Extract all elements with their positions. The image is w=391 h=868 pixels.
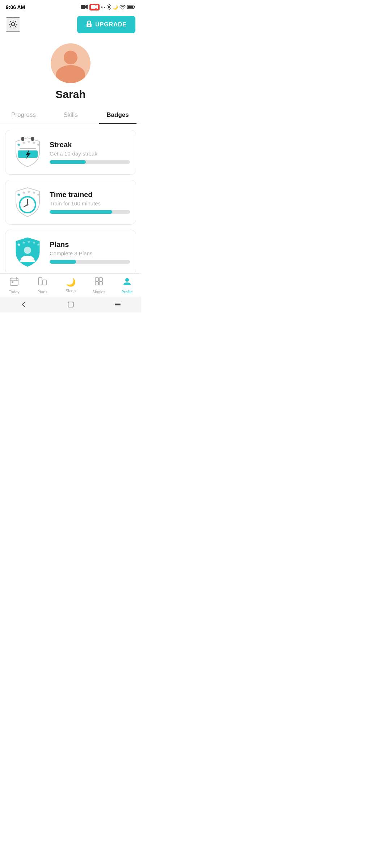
svg-rect-2: [91, 5, 96, 9]
progress-fill-time-trained: [50, 210, 112, 214]
svg-text:★: ★: [27, 239, 31, 244]
svg-marker-1: [85, 5, 88, 9]
gear-icon: [8, 19, 18, 30]
svg-rect-51: [99, 278, 102, 281]
progress-bar-plans: [50, 260, 130, 264]
nav-item-today[interactable]: Today: [0, 277, 28, 294]
svg-text:★: ★: [17, 192, 21, 197]
svg-rect-7: [128, 5, 133, 8]
battery-icon: [127, 5, 135, 10]
badge-card-streak: ★ ★ ★ ★ ★ Streak Get a 10-day streak: [5, 130, 136, 175]
profile-name: Sarah: [55, 88, 85, 101]
svg-point-28: [26, 204, 28, 206]
badge-card-plans: ★ ★ ★ ★ ★ Plans Complete 3 Plans: [5, 230, 136, 275]
svg-text:★: ★: [27, 140, 31, 144]
svg-text:★: ★: [32, 240, 36, 244]
profile-section: Sarah: [0, 36, 141, 104]
notification-badge: [89, 4, 100, 10]
nav-item-profile[interactable]: Profile: [113, 277, 141, 294]
status-time: 9:06 AM: [6, 4, 25, 10]
nav-label-today: Today: [9, 290, 19, 294]
bluetooth-icon: [107, 4, 111, 11]
moon-icon: 🌙: [113, 5, 118, 10]
wifi-icon: [119, 4, 126, 10]
svg-marker-3: [96, 5, 98, 9]
badge-info-time-trained: Time trained Train for 100 minutes: [50, 191, 130, 214]
lock-icon: [86, 20, 92, 29]
badge-icon-time-trained: ★ ★ ★ ★ ★: [11, 186, 44, 218]
svg-point-10: [88, 25, 90, 26]
badge-info-streak: Streak Get a 10-day streak: [50, 141, 130, 164]
nav-item-singles[interactable]: Singles: [85, 277, 113, 294]
nav-label-singles: Singles: [92, 290, 105, 294]
progress-bar-streak: [50, 160, 130, 164]
svg-text:★: ★: [32, 140, 36, 145]
recents-button[interactable]: [112, 299, 123, 310]
nav-label-profile: Profile: [121, 290, 133, 294]
badge-icon-plans: ★ ★ ★ ★ ★: [11, 236, 44, 268]
tab-progress[interactable]: Progress: [0, 111, 47, 124]
nav-item-sleep[interactable]: 🌙 Sleep: [56, 278, 85, 293]
svg-text:★: ★: [37, 242, 40, 247]
profile-icon: [122, 277, 132, 288]
progress-bar-time-trained: [50, 210, 130, 214]
nav-label-sleep: Sleep: [66, 289, 76, 293]
avatar-head: [64, 51, 77, 64]
plans-icon: [38, 277, 47, 288]
key-icon: 🗝: [101, 5, 105, 10]
status-icons: 🗝 🌙: [81, 4, 135, 11]
upgrade-label: UPGRADE: [95, 21, 127, 28]
svg-text:★: ★: [22, 240, 26, 244]
settings-button[interactable]: [6, 17, 20, 32]
tabs: Progress Skills Badges: [0, 104, 141, 124]
svg-text:★: ★: [22, 190, 26, 195]
badge-desc-time-trained: Train for 100 minutes: [50, 200, 130, 207]
svg-text:★: ★: [17, 142, 21, 147]
svg-rect-6: [134, 6, 135, 8]
svg-point-4: [122, 9, 123, 9]
svg-rect-47: [12, 281, 13, 283]
svg-rect-49: [43, 280, 46, 285]
svg-rect-55: [68, 302, 73, 307]
tab-badges[interactable]: Badges: [94, 111, 141, 124]
status-bar: 9:06 AM 🗝 🌙: [0, 0, 141, 13]
svg-text:★: ★: [32, 190, 36, 195]
badge-icon-streak: ★ ★ ★ ★ ★: [11, 136, 44, 169]
nav-label-plans: Plans: [37, 290, 47, 294]
progress-fill-streak: [50, 160, 86, 164]
badge-desc-streak: Get a 10-day streak: [50, 150, 130, 157]
svg-point-54: [125, 278, 129, 282]
home-button[interactable]: [65, 299, 76, 310]
svg-rect-50: [95, 278, 98, 281]
svg-rect-0: [81, 5, 85, 9]
badge-card-time-trained: ★ ★ ★ ★ ★ Time trained Train for 100 min…: [5, 180, 136, 225]
singles-icon: [94, 277, 104, 288]
avatar-body: [56, 65, 85, 83]
svg-rect-48: [38, 278, 42, 285]
svg-point-8: [12, 22, 15, 26]
svg-point-35: [24, 247, 31, 254]
tab-skills[interactable]: Skills: [47, 111, 94, 124]
svg-rect-52: [95, 282, 98, 285]
back-button[interactable]: [18, 299, 29, 310]
badge-title-plans: Plans: [50, 241, 130, 249]
badge-info-plans: Plans Complete 3 Plans: [50, 241, 130, 264]
svg-text:★: ★: [37, 192, 40, 197]
badge-desc-plans: Complete 3 Plans: [50, 250, 130, 256]
avatar: [51, 43, 91, 83]
system-nav: [0, 297, 141, 312]
progress-fill-plans: [50, 260, 76, 264]
svg-text:★: ★: [17, 242, 21, 247]
svg-rect-53: [99, 282, 102, 285]
nav-item-plans[interactable]: Plans: [28, 277, 56, 294]
today-icon: [9, 277, 19, 288]
bottom-nav: Today Plans 🌙 Sleep Singles: [0, 273, 141, 297]
badge-title-time-trained: Time trained: [50, 191, 130, 199]
sleep-icon: 🌙: [66, 278, 76, 287]
badge-title-streak: Streak: [50, 141, 130, 149]
upgrade-button[interactable]: UPGRADE: [77, 16, 135, 33]
video-icon: [81, 4, 88, 10]
svg-text:★: ★: [37, 142, 40, 147]
svg-text:★: ★: [22, 140, 26, 145]
top-bar: UPGRADE: [0, 13, 141, 36]
